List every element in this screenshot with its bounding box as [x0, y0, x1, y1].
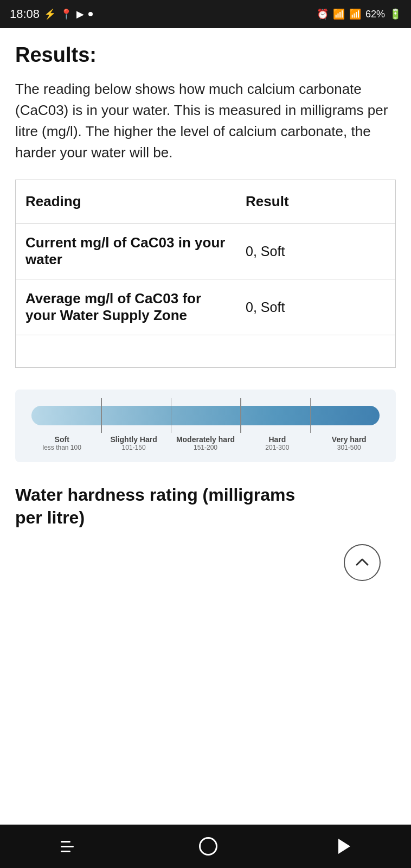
home-icon	[199, 837, 217, 856]
menu-icon	[61, 841, 78, 852]
signal-icon: 📶	[349, 8, 361, 20]
page-description: The reading below shows how much calcium…	[15, 79, 396, 163]
label-range-moderately-hard: 151-200	[170, 444, 241, 451]
nav-home-button[interactable]	[199, 837, 217, 856]
bar-label-soft: Soft less than 100	[26, 435, 98, 451]
label-title-moderately-hard: Moderately hard	[170, 435, 241, 444]
bottom-navigation	[0, 825, 411, 868]
table-empty-row	[16, 335, 396, 368]
label-title-soft: Soft	[26, 435, 98, 444]
table-row: Average mg/l of CaC03 for your Water Sup…	[16, 279, 396, 335]
section-heading-area: Water hardness rating (milligrams per li…	[15, 484, 396, 581]
table-row: Current mg/l of CaC03 in your water 0, S…	[16, 224, 396, 279]
bar-label-very-hard: Very hard 301-500	[313, 435, 385, 451]
bar-label-hard: Hard 201-300	[241, 435, 313, 451]
battery-icon: 🔋	[389, 8, 401, 20]
nav-back-button[interactable]	[338, 839, 350, 854]
results-table: Reading Result Current mg/l of CaC03 in …	[15, 180, 396, 368]
battery-text: 62%	[365, 9, 385, 20]
row2-reading: Average mg/l of CaC03 for your Water Sup…	[16, 279, 236, 335]
divider-3	[240, 398, 241, 433]
status-right: ⏰ 📶 📶 62% 🔋	[317, 8, 401, 20]
bar-gradient	[31, 406, 380, 425]
alarm-icon: ⏰	[317, 8, 329, 20]
bar-label-moderately-hard: Moderately hard 151-200	[170, 435, 241, 451]
label-range-hard: 201-300	[241, 444, 313, 451]
page-title: Results:	[15, 43, 396, 67]
section-heading: Water hardness rating (milligrams per li…	[15, 484, 319, 538]
col-header-reading: Reading	[16, 180, 236, 224]
scroll-top-button[interactable]	[344, 544, 381, 581]
label-title-slightly-hard: Slightly Hard	[98, 435, 169, 444]
label-title-very-hard: Very hard	[313, 435, 385, 444]
table-header-row: Reading Result	[16, 180, 396, 224]
wifi-icon: 📶	[333, 8, 345, 20]
row1-result: 0, Soft	[236, 224, 395, 279]
status-time: 18:08 ⚡ 📍 ▶	[10, 7, 93, 21]
label-range-very-hard: 301-500	[313, 444, 385, 451]
status-bar: 18:08 ⚡ 📍 ▶ ⏰ 📶 📶 62% 🔋	[0, 0, 411, 28]
back-icon	[338, 839, 350, 854]
bar-track	[31, 406, 380, 425]
activity-icon: ⚡	[44, 8, 56, 20]
row1-reading: Current mg/l of CaC03 in your water	[16, 224, 236, 279]
divider-1	[101, 398, 102, 433]
label-title-hard: Hard	[241, 435, 313, 444]
nav-menu-button[interactable]	[61, 841, 78, 852]
divider-4	[310, 398, 311, 433]
dot-icon	[88, 12, 93, 16]
col-header-result: Result	[236, 180, 395, 224]
divider-2	[171, 398, 172, 433]
location-icon: 📍	[60, 8, 72, 20]
hardness-chart: Soft less than 100 Slightly Hard 101-150…	[15, 390, 396, 462]
main-content: Results: The reading below shows how muc…	[0, 28, 411, 825]
play-icon: ▶	[76, 8, 84, 20]
bar-labels: Soft less than 100 Slightly Hard 101-150…	[26, 435, 385, 451]
row2-result: 0, Soft	[236, 279, 395, 335]
label-range-slightly-hard: 101-150	[98, 444, 169, 451]
bar-label-slightly-hard: Slightly Hard 101-150	[98, 435, 169, 451]
arrow-up-icon	[354, 554, 371, 571]
clock-time: 18:08	[10, 7, 40, 21]
label-range-soft: less than 100	[26, 444, 98, 451]
